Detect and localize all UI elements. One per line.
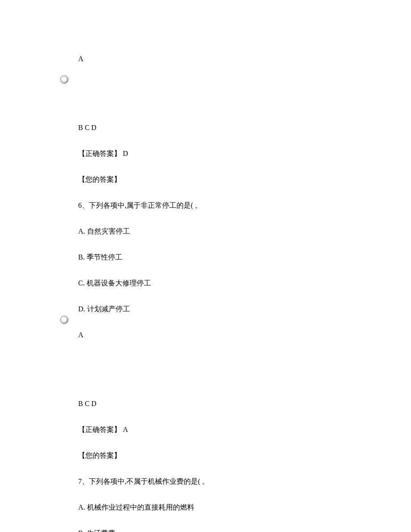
option-b: B. 生活费费 — [78, 528, 411, 532]
option-letter-a: A — [78, 330, 411, 340]
correct-answer: 【正确答案】 A — [78, 424, 411, 435]
your-answer: 【您的答案】 — [78, 450, 411, 461]
your-answer: 【您的答案】 — [78, 174, 411, 185]
option-a: A. 机械作业过程中的直接耗用的燃料 — [78, 502, 411, 513]
svg-point-3 — [63, 318, 67, 322]
option-d: D. 计划减产停工 — [78, 304, 411, 314]
radio-icon[interactable] — [59, 75, 69, 84]
question-stem: 7、下列各项中,不属于机械作业费的是( 。 — [78, 476, 411, 487]
option-letters-bcd: B C D — [78, 398, 411, 409]
option-b: B. 季节性停工 — [78, 252, 411, 263]
option-a: A. 自然灾害停工 — [78, 226, 411, 237]
svg-point-1 — [63, 78, 67, 82]
option-letters-bcd: B C D — [78, 122, 411, 133]
option-c: C. 机器设备大修理停工 — [78, 278, 411, 289]
correct-answer: 【正确答案】 D — [78, 148, 411, 159]
question-stem: 6、下列各项中,属于非正常停工的是( 。 — [78, 200, 411, 211]
option-letter-a: A — [78, 54, 411, 64]
radio-icon[interactable] — [59, 315, 69, 325]
